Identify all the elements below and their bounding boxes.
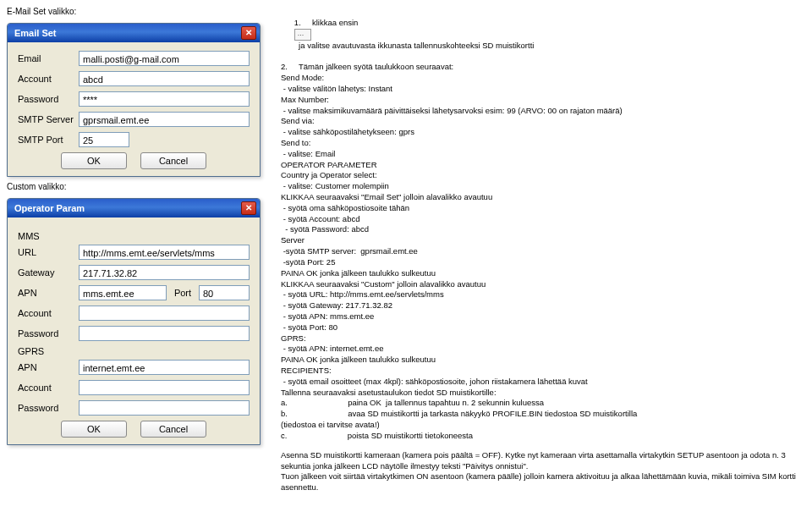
operator-param-dialog: Operator Param ✕ MMS URL http://mms.emt.… (7, 198, 261, 445)
password-gprs-label: Password (18, 403, 79, 413)
text-line: - valitse maksimikuvamäärä päivittäiseks… (281, 106, 805, 117)
close-icon[interactable]: ✕ (241, 201, 256, 215)
text-line: c. poista SD muistikortti tietokoneesta (281, 431, 805, 442)
port-label: Port (167, 288, 199, 298)
text-line: -syötä SMTP server: gprsmail.emt.ee (281, 246, 805, 257)
apn-gprs-label: APN (18, 362, 79, 372)
url-label: URL (18, 247, 79, 257)
smtp-label: SMTP Server (18, 114, 79, 124)
text-paragraph: Asenna SD muistikortti kameraan (kamera … (281, 450, 805, 472)
port-field[interactable]: 80 (199, 285, 250, 300)
gateway-field[interactable]: 217.71.32.82 (79, 265, 250, 280)
text-line: - valitse välitön lähetys: Instant (281, 84, 805, 95)
text-line: - valitse sähköpostilähetykseen: gprs (281, 127, 805, 138)
text-line: Country ja Operator select: (281, 170, 805, 181)
password-gprs-field[interactable] (79, 400, 250, 416)
smtp-port-label: SMTP Port (18, 135, 79, 145)
cancel-button[interactable]: Cancel (140, 421, 206, 438)
email-field[interactable]: malli.posti@g-mail.com (79, 51, 250, 66)
text-line: (tiedostoa ei tarvitse avata!) (281, 420, 805, 431)
ok-button[interactable]: OK (61, 152, 127, 169)
browse-icon (294, 29, 311, 41)
account-field[interactable]: abcd (79, 71, 250, 86)
text-line: Tallenna seuraavaksi asetustaulukon tied… (281, 388, 805, 399)
gprs-section-label: GPRS (18, 346, 250, 356)
text-line: PAINA OK jonka jälkeen taulukko sulkeutu… (281, 355, 805, 366)
text-line: Send to: (281, 138, 805, 149)
text-line: Send via: (281, 116, 805, 127)
password-field[interactable]: **** (79, 91, 250, 107)
text-line: - syötä URL: http://mms.emt.ee/servlets/… (281, 289, 805, 300)
instructions-text: 1. klikkaa ensin ja valitse avautuvasta … (281, 7, 805, 493)
text-line: Max Number: (281, 95, 805, 106)
operator-param-title: Operator Param (14, 203, 85, 213)
account-label: Account (18, 74, 79, 84)
mms-section-label: MMS (18, 231, 250, 241)
text-line: - valitse: Email (281, 149, 805, 160)
password-mms-field[interactable] (79, 326, 250, 341)
text-line: GPRS: (281, 333, 805, 344)
cancel-button[interactable]: Cancel (140, 152, 206, 169)
apn-field[interactable]: mms.emt.ee (79, 285, 167, 300)
text-line: -syötä Port: 25 (281, 257, 805, 268)
text-line: - valitse: Customer molempiin (281, 181, 805, 192)
url-field[interactable]: http://mms.emt.ee/servlets/mms (79, 245, 250, 260)
gateway-label: Gateway (18, 267, 79, 278)
email-set-caption: E-Mail Set valikko: (7, 7, 261, 16)
apn-gprs-field[interactable]: internet.emt.ee (79, 360, 250, 375)
text-line: PAINA OK jonka jälkeen taulukko sulkeutu… (281, 268, 805, 279)
text-line: 2. Tämän jälkeen syötä taulukkoon seuraa… (281, 62, 805, 73)
text-line: - syötä APN: internet.emt.ee (281, 344, 805, 355)
account-mms-field[interactable] (79, 306, 250, 321)
text-line: - syötä email osoitteet (max 4kpl): sähk… (281, 377, 805, 388)
text-line: - syötä APN: mms.emt.ee (281, 311, 805, 322)
step-1a: 1. klikkaa ensin (294, 18, 363, 27)
password-label: Password (18, 94, 79, 104)
ok-button[interactable]: OK (61, 421, 127, 438)
smtp-port-field[interactable]: 25 (79, 132, 129, 147)
email-label: Email (18, 53, 79, 63)
text-line: - syötä Account: abcd (281, 214, 805, 225)
text-paragraph: Tuon jälkeen voit siirtää virtakytkimen … (281, 471, 805, 493)
text-line: Server (281, 235, 805, 246)
account-gprs-field[interactable] (79, 380, 250, 395)
text-line: OPERATOR PARAMETER (281, 160, 805, 171)
custom-caption: Custom valikko: (7, 182, 261, 191)
text-line: RECIPIENTS: (281, 366, 805, 377)
step-1b: ja valitse avautuvasta ikkunasta tallenn… (294, 41, 535, 50)
text-line: - syötä Gateway: 217.71.32.82 (281, 300, 805, 311)
account-gprs-label: Account (18, 383, 79, 393)
text-line: - syötä Password: abcd (281, 224, 805, 235)
text-line: - syötä oma sähköpostiosoite tähän (281, 203, 805, 214)
text-line: a. paina OK ja tallennus tapahtuu n. 2 s… (281, 398, 805, 409)
text-line: Send Mode: (281, 73, 805, 84)
apn-label: APN (18, 288, 79, 298)
text-line: - syötä Port: 80 (281, 322, 805, 333)
text-line: KLIKKAA seuraavaksi "Custom" jolloin ala… (281, 279, 805, 290)
text-line: b. avaa SD muistikortti ja tarkasta näky… (281, 409, 805, 420)
text-line: KLIKKAA seuraavaksi "Email Set" jolloin … (281, 192, 805, 203)
email-set-dialog: Email Set ✕ Email malli.posti@g-mail.com… (7, 23, 261, 177)
close-icon[interactable]: ✕ (241, 26, 256, 40)
smtp-field[interactable]: gprsmail.emt.ee (79, 112, 250, 127)
password-mms-label: Password (18, 328, 79, 339)
email-set-title: Email Set (14, 28, 57, 38)
account-mms-label: Account (18, 308, 79, 318)
